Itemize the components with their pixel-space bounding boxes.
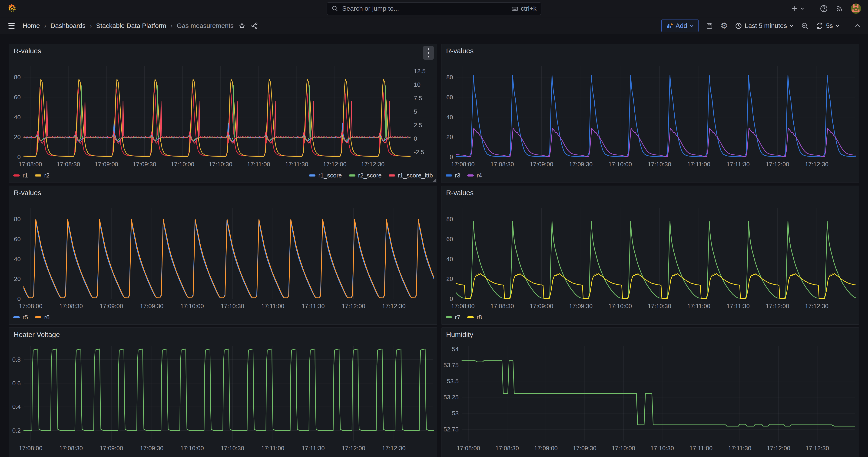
zoom-out-button[interactable] xyxy=(801,22,809,30)
time-series-chart[interactable]: 0.20.40.60.817:08:0017:08:3017:09:0017:0… xyxy=(9,342,437,456)
legend-label: r7 xyxy=(455,314,460,321)
legend-item-r4[interactable]: r4 xyxy=(467,172,482,179)
panel-title[interactable]: R-values xyxy=(446,47,473,55)
breadcrumb-current: Gas measurements xyxy=(177,22,234,30)
help-button[interactable] xyxy=(820,4,828,13)
x-axis-tick-label: 17:12:00 xyxy=(766,303,789,309)
add-button[interactable]: Add xyxy=(661,20,699,32)
panel-title[interactable]: R-values xyxy=(446,189,473,197)
legend-item-r8[interactable]: r8 xyxy=(467,314,482,321)
search-placeholder: Search or jump to... xyxy=(342,5,399,12)
user-avatar[interactable] xyxy=(851,3,861,14)
x-axis-tick-label: 17:09:30 xyxy=(140,303,163,309)
dashboard-settings-button[interactable]: ⚙ xyxy=(720,22,728,30)
breadcrumb-separator: › xyxy=(170,22,173,30)
legend-item-r1_score_lttb[interactable]: r1_score_lttb xyxy=(389,172,433,179)
panel-r-values-2[interactable]: R-values 02040608017:08:0017:08:3017:09:… xyxy=(441,44,859,183)
grafana-dashboard: Search or jump to... ctrl+k xyxy=(0,0,868,457)
bar-chart-add-icon xyxy=(666,22,673,30)
legend-left: heatervoltage xyxy=(13,456,59,457)
legend-item-r2[interactable]: r2 xyxy=(35,172,50,179)
panel-title[interactable]: R-values xyxy=(14,47,41,55)
x-axis-tick-label: 17:09:00 xyxy=(99,303,123,309)
breadcrumb-folder[interactable]: Stackable Data Platform xyxy=(96,22,166,30)
x-axis-tick-label: 17:11:30 xyxy=(285,161,308,168)
refresh-icon xyxy=(816,22,824,30)
time-series-chart[interactable]: 02040608017:08:0017:08:3017:09:0017:09:3… xyxy=(441,58,859,172)
series-line-r3 xyxy=(441,75,859,156)
collapse-toolbar-button[interactable] xyxy=(854,22,861,29)
time-series-chart[interactable]: 02040608017:08:0017:08:3017:09:0017:09:3… xyxy=(9,200,437,314)
x-axis-tick-label: 17:09:00 xyxy=(530,303,553,309)
panel-r-values-4[interactable]: R-values 02040608017:08:0017:08:3017:09:… xyxy=(441,186,859,325)
y-axis-tick-label: 60 xyxy=(14,94,21,101)
breadcrumb-home[interactable]: Home xyxy=(23,22,40,30)
search-input[interactable]: Search or jump to... ctrl+k xyxy=(327,2,541,15)
time-series-chart[interactable]: 02040608017:08:0017:08:3017:09:0017:09:3… xyxy=(441,200,859,314)
x-axis-tick-label: 17:12:30 xyxy=(805,161,829,168)
panel-title[interactable]: Heater Voltage xyxy=(14,331,60,339)
panel-r-values-1[interactable]: R-values 020406080-2.502.557.51012.517:0… xyxy=(9,44,437,183)
series-line-humidity xyxy=(462,361,855,426)
x-axis-tick-label: 17:09:00 xyxy=(95,161,118,168)
x-axis-tick-label: 17:12:30 xyxy=(361,161,384,168)
add-button-label: Add xyxy=(676,22,687,30)
save-dashboard-button[interactable] xyxy=(706,22,713,30)
panel-title[interactable]: Humidity xyxy=(446,331,473,339)
x-axis-tick-label: 17:12:30 xyxy=(805,303,829,309)
time-range-picker[interactable]: Last 5 minutes xyxy=(735,22,794,30)
legend-left: r7r8 xyxy=(445,314,482,321)
plus-icon xyxy=(790,5,798,12)
chevron-down-icon xyxy=(789,24,794,28)
panel-resize-handle[interactable] xyxy=(433,178,436,182)
y-axis-tick-label: 53 xyxy=(452,410,459,417)
y-axis-tick-label: 53.25 xyxy=(443,394,459,401)
refresh-picker[interactable]: 5s xyxy=(816,22,840,30)
menu-icon xyxy=(8,23,14,24)
x-axis-tick-label: 17:09:00 xyxy=(534,445,558,452)
x-axis-tick-label: 17:12:30 xyxy=(805,445,829,452)
y-axis-tick-label: 53.5 xyxy=(447,378,459,385)
y-axis-tick-label: 52.75 xyxy=(443,426,459,433)
y-axis-tick-label: 80 xyxy=(446,216,453,222)
grafana-logo-icon[interactable] xyxy=(7,3,17,14)
legend-label: r3 xyxy=(455,172,460,179)
panel-menu-button[interactable] xyxy=(423,46,434,60)
legend-item-r3[interactable]: r3 xyxy=(445,172,460,179)
x-axis-tick-label: 17:10:00 xyxy=(171,161,194,168)
y-axis-tick-label: 20 xyxy=(446,275,453,282)
legend-item-r6[interactable]: r6 xyxy=(35,314,50,321)
x-axis-tick-label: 17:09:30 xyxy=(140,445,163,452)
x-axis-tick-label: 17:08:00 xyxy=(19,161,42,168)
legend-item-r1_score[interactable]: r1_score xyxy=(309,172,342,179)
x-axis-tick-label: 17:12:30 xyxy=(382,445,406,452)
time-series-chart[interactable]: 020406080-2.502.557.51012.517:08:0017:08… xyxy=(9,58,437,172)
menu-toggle-button[interactable] xyxy=(7,22,16,30)
legend-item-humidity[interactable]: humidity xyxy=(445,456,477,457)
x-axis-tick-label: 17:10:30 xyxy=(221,303,244,309)
panel-heater-voltage[interactable]: Heater Voltage 0.20.40.60.817:08:0017:08… xyxy=(9,328,437,457)
new-menu-button[interactable] xyxy=(790,5,805,12)
shortcut-label: ctrl+k xyxy=(521,5,536,12)
share-icon[interactable] xyxy=(251,22,258,30)
y-axis-tick-label: 0.4 xyxy=(12,403,21,410)
legend-item-heatervoltage[interactable]: heatervoltage xyxy=(13,456,59,457)
panel-humidity[interactable]: Humidity 52.755353.2553.553.755417:08:00… xyxy=(441,328,859,457)
dashboard-toolbar: Home › Dashboards › Stackable Data Platf… xyxy=(0,18,868,34)
panel-r-values-3[interactable]: R-values 02040608017:08:0017:08:3017:09:… xyxy=(9,186,437,325)
x-axis-tick-label: 17:11:30 xyxy=(727,161,750,168)
search-icon xyxy=(332,5,338,12)
help-circle-icon xyxy=(820,4,828,13)
panel-title[interactable]: R-values xyxy=(14,189,41,197)
legend-item-r5[interactable]: r5 xyxy=(13,314,28,321)
save-icon xyxy=(706,22,713,30)
x-axis-tick-label: 17:10:30 xyxy=(648,303,671,309)
star-icon[interactable] xyxy=(238,22,246,30)
legend-item-r2_score[interactable]: r2_score xyxy=(349,172,382,179)
legend-item-r7[interactable]: r7 xyxy=(445,314,460,321)
x-axis-tick-label: 17:09:30 xyxy=(569,303,592,309)
time-series-chart[interactable]: 52.755353.2553.553.755417:08:0017:08:301… xyxy=(441,342,859,456)
breadcrumb-dashboards[interactable]: Dashboards xyxy=(51,22,86,30)
legend-item-r1[interactable]: r1 xyxy=(13,172,28,179)
news-button[interactable] xyxy=(835,5,843,12)
